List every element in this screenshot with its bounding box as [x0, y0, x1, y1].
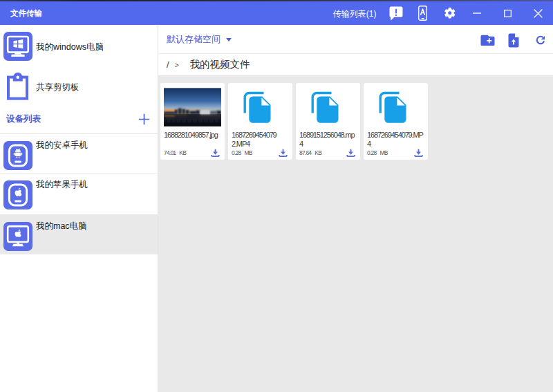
storage-space-dropdown[interactable]: 默认存储空间 [167, 33, 232, 46]
breadcrumb-root[interactable]: / [167, 59, 169, 70]
file-size: 74.01 KB [164, 149, 186, 156]
clipboard-icon [3, 72, 32, 101]
storage-space-label: 默认存储空间 [167, 33, 221, 46]
sidebar-item-label: 我的苹果手机 [36, 179, 88, 191]
download-icon[interactable] [346, 149, 355, 158]
file-copy-icon [232, 88, 289, 130]
file-card[interactable]: 1687269454079 2.MP4 0.28 MB [228, 83, 292, 160]
file-meta-row: 0.28 MB [232, 149, 288, 158]
file-name: 1687269454079.MP4 [367, 131, 424, 149]
add-device-button[interactable]: + [138, 113, 150, 125]
apple-phone-icon [3, 180, 32, 209]
title-bar: 文件传输 传输列表(1) [0, 0, 553, 25]
file-name: 1687269454079 2.MP4 [232, 131, 288, 149]
gear-icon[interactable] [443, 6, 457, 20]
file-size: 0.28 MB [232, 149, 252, 156]
refresh-icon[interactable] [534, 34, 547, 46]
close-icon[interactable] [534, 9, 543, 18]
sidebar: 我的windows电脑 共享剪切板 设备列表 + [0, 25, 158, 392]
transfer-list-button[interactable]: 传输列表(1) [333, 7, 377, 20]
sidebar-item-label: 我的windows电脑 [36, 41, 104, 53]
sidebar-item-android-phone[interactable]: 我的安卓手机 [0, 134, 158, 174]
minimize-icon[interactable] [473, 9, 481, 17]
sidebar-item-shared-clipboard[interactable]: 共享剪切板 [0, 65, 158, 105]
sidebar-item-mac-computer[interactable]: 我的mac电脑 [0, 215, 158, 254]
sidebar-item-apple-phone[interactable]: 我的苹果手机 [0, 174, 158, 215]
android-phone-icon [3, 141, 32, 170]
breadcrumb-separator: > [175, 61, 179, 69]
main-panel: 默认存储空间 [158, 25, 553, 392]
sidebar-item-label: 共享剪切板 [36, 82, 79, 93]
file-size: 0.28 MB [367, 149, 388, 156]
breadcrumb-current: 我的视频文件 [189, 58, 250, 71]
feedback-bubble-icon[interactable] [389, 6, 403, 21]
file-area: 1688281049857.jpg 74.01 KB 1687269454079… [158, 75, 553, 392]
windows-computer-icon [3, 32, 32, 61]
file-card[interactable]: 1688281049857.jpg 74.01 KB [160, 83, 225, 160]
breadcrumb: / > 我的视频文件 [158, 54, 553, 75]
download-icon[interactable] [279, 149, 288, 158]
file-card[interactable]: 1687269454079.MP4 0.28 MB [364, 83, 428, 160]
app-window: 文件传输 传输列表(1) [0, 0, 553, 392]
file-meta-row: 74.01 KB [164, 149, 220, 158]
titlebar-right-cluster: 传输列表(1) [333, 1, 553, 25]
window-body: 我的windows电脑 共享剪切板 设备列表 + [0, 25, 553, 392]
download-icon[interactable] [414, 149, 423, 158]
file-meta-row: 0.28 MB [367, 149, 423, 158]
phone-app-icon[interactable] [418, 6, 427, 21]
device-list-title: 设备列表 [6, 113, 41, 125]
chevron-down-icon [226, 38, 232, 41]
sidebar-item-label: 我的安卓手机 [36, 140, 88, 151]
storage-toolbar: 默认存储空间 [158, 25, 553, 54]
download-icon[interactable] [211, 149, 220, 158]
mac-computer-icon [3, 222, 32, 251]
image-thumbnail [164, 88, 221, 130]
toolbar-actions [480, 32, 547, 48]
file-copy-icon [367, 88, 424, 130]
sidebar-item-windows-computer[interactable]: 我的windows电脑 [0, 25, 158, 65]
file-name: 1688281049857.jpg [164, 131, 221, 149]
file-grid: 1688281049857.jpg 74.01 KB 1687269454079… [160, 83, 553, 160]
app-title: 文件传输 [10, 6, 42, 19]
device-list-header: 设备列表 + [0, 105, 158, 134]
new-folder-icon[interactable] [480, 35, 495, 46]
file-copy-icon [299, 88, 357, 130]
file-card[interactable]: 1689151256048.mp4 87.64 KB [296, 83, 360, 160]
file-meta-row: 87.64 KB [299, 149, 355, 158]
sidebar-item-label: 我的mac电脑 [36, 221, 87, 232]
file-name: 1689151256048.mp4 [299, 131, 356, 149]
upload-file-icon[interactable] [508, 33, 519, 48]
maximize-icon[interactable] [504, 10, 512, 17]
file-size: 87.64 KB [299, 149, 321, 156]
